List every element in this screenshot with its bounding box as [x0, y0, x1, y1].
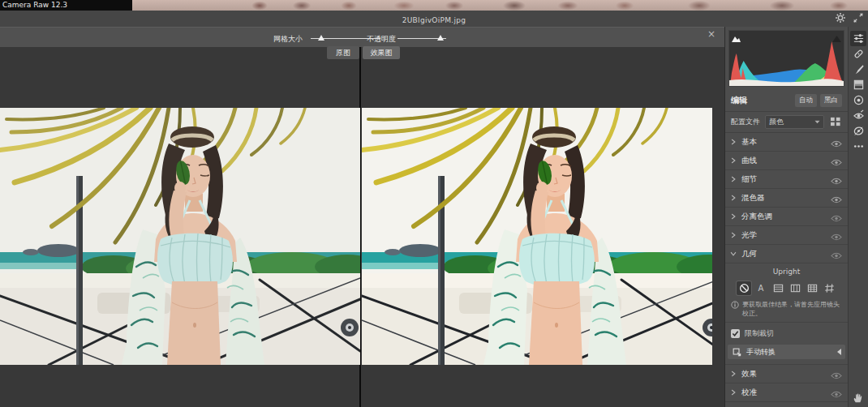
collapse-arrow-icon[interactable]: [837, 349, 841, 355]
shadow-clip-icon: [731, 35, 741, 42]
manual-transform-row[interactable]: 手动转换: [728, 345, 845, 359]
manual-transform-label: 手动转换: [746, 347, 776, 358]
section-label: 混色器: [741, 193, 765, 204]
geometry-body: Upright A 要获取最佳结果，请首先应用镜头校正。: [725, 263, 848, 365]
section-curve[interactable]: 曲线: [725, 152, 848, 170]
app-title: Camera Raw 12.3: [0, 0, 132, 11]
chevron-right-icon: [731, 139, 736, 145]
photo-before[interactable]: [0, 108, 360, 365]
section-split-toning[interactable]: 分离色调: [725, 208, 848, 226]
upright-full-icon: [807, 283, 818, 293]
upright-guided-button[interactable]: [822, 281, 836, 295]
section-visibility-toggle[interactable]: [830, 175, 842, 183]
info-icon: [731, 301, 739, 309]
section-geometry[interactable]: 几何: [725, 245, 848, 263]
profile-value: 颜色: [769, 117, 784, 127]
eye-icon: [831, 233, 842, 241]
radial-filter-icon: [853, 94, 865, 106]
chevron-right-icon: [731, 195, 736, 201]
eye-icon: [831, 252, 842, 259]
section-visibility-toggle[interactable]: [830, 231, 842, 239]
snapshots-icon: [853, 125, 865, 137]
profile-select[interactable]: 颜色: [765, 115, 824, 129]
edit-tool-button[interactable]: [850, 31, 866, 46]
histogram-plot: [729, 31, 844, 86]
tool-bar: [848, 27, 868, 407]
hand-tool-button[interactable]: [851, 392, 864, 405]
gear-icon: [835, 12, 846, 24]
grid-size-label: 网格大小: [273, 34, 303, 45]
original-view-button[interactable]: 原图: [327, 46, 359, 59]
brush-tool-button[interactable]: [850, 62, 866, 77]
section-visibility-toggle[interactable]: [830, 370, 842, 378]
grid-icon: [830, 117, 841, 126]
spot-heal-icon: [853, 48, 865, 60]
slider-thumb[interactable]: [437, 35, 444, 41]
section-label: 分离色调: [741, 212, 772, 222]
radial-filter-button[interactable]: [850, 92, 866, 108]
preview-view-button[interactable]: 效果图: [363, 46, 400, 59]
profile-browser-button[interactable]: [829, 117, 842, 128]
upright-off-icon: [739, 283, 750, 293]
highlight-clipping-indicator[interactable]: [831, 32, 842, 40]
chevron-right-icon: [731, 389, 736, 396]
red-eye-icon: [853, 109, 865, 122]
section-effects[interactable]: 效果: [725, 365, 848, 383]
section-visibility-toggle[interactable]: [830, 194, 842, 202]
eye-icon: [831, 178, 842, 185]
eye-icon: [831, 140, 842, 148]
chevron-down-icon: [814, 120, 820, 124]
close-compare-button[interactable]: ×: [707, 29, 715, 39]
edit-title: 编辑: [731, 95, 792, 106]
histogram[interactable]: [728, 30, 844, 87]
profile-row: 配置文件 颜色: [725, 112, 848, 133]
section-visibility-toggle[interactable]: [830, 250, 842, 258]
beach-portrait-image: [362, 108, 712, 365]
edit-sliders-icon: [853, 32, 865, 45]
section-calibration[interactable]: 校准: [725, 383, 848, 402]
snapshots-button[interactable]: [850, 123, 866, 139]
section-optics[interactable]: 光学: [725, 226, 848, 245]
section-color-mixer[interactable]: 混色器: [725, 189, 848, 208]
chevron-down-icon: [730, 251, 737, 256]
section-visibility-toggle[interactable]: [830, 388, 842, 396]
shadow-clipping-indicator[interactable]: [731, 32, 741, 40]
upright-vertical-button[interactable]: [788, 281, 802, 295]
constrain-crop-checkbox[interactable]: [731, 329, 740, 338]
chevron-right-icon: [731, 157, 736, 164]
section-visibility-toggle[interactable]: [830, 138, 842, 146]
upright-level-button[interactable]: [771, 281, 785, 295]
graduated-filter-button[interactable]: [850, 77, 866, 92]
section-visibility-toggle[interactable]: [830, 156, 842, 165]
upright-auto-button[interactable]: A: [754, 281, 768, 295]
bw-button[interactable]: 黑白: [820, 94, 842, 107]
eye-icon: [831, 391, 842, 398]
section-basic[interactable]: 基本: [725, 133, 848, 152]
eye-icon: [831, 159, 842, 166]
section-label: 光学: [741, 230, 757, 241]
more-icon: [853, 140, 865, 152]
expand-icon: [853, 12, 864, 24]
brush-icon: [853, 63, 865, 75]
os-title-bar: Camera Raw 12.3: [0, 0, 868, 11]
constrain-crop-row[interactable]: 限制裁切: [731, 327, 842, 341]
section-visibility-toggle[interactable]: [830, 212, 842, 221]
upright-full-button[interactable]: [805, 281, 819, 295]
upright-label: Upright: [731, 268, 842, 278]
fullscreen-button[interactable]: [852, 12, 865, 25]
chevron-right-icon: [731, 232, 736, 238]
photo-after[interactable]: [362, 108, 712, 365]
filename: 2UBlgivOiPM.jpg: [402, 16, 466, 24]
section-detail[interactable]: 细节: [725, 170, 848, 189]
more-tools-button[interactable]: [850, 139, 866, 154]
constrain-crop-label: 限制裁切: [745, 328, 774, 339]
upright-off-button[interactable]: [737, 281, 751, 295]
opacity-slider[interactable]: [397, 37, 446, 40]
profile-label: 配置文件: [731, 117, 760, 127]
red-eye-tool-button[interactable]: [850, 108, 866, 123]
spot-heal-tool-button[interactable]: [850, 46, 866, 62]
geometry-note-text: 要获取最佳结果，请首先应用镜头校正。: [742, 300, 842, 318]
slider-thumb[interactable]: [318, 35, 324, 41]
auto-button[interactable]: 自动: [795, 94, 817, 107]
settings-button[interactable]: [834, 12, 847, 25]
